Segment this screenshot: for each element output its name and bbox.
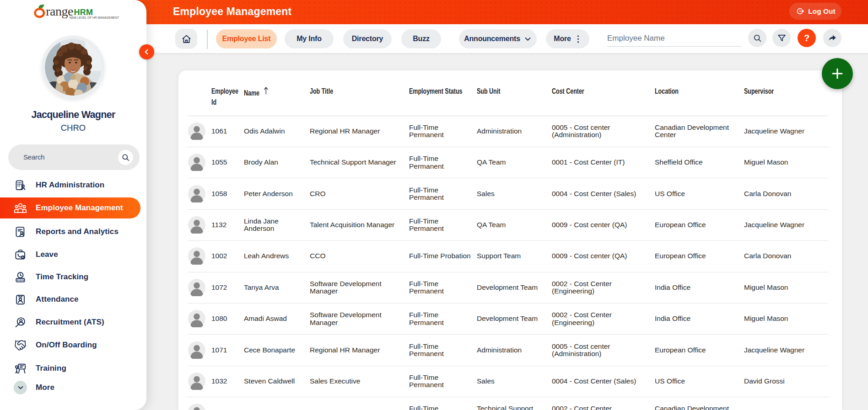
svg-text:HRM: HRM [74, 8, 93, 17]
svg-text:NEW LEVEL OF HR MANAGEMENT: NEW LEVEL OF HR MANAGEMENT [70, 16, 119, 19]
svg-text:range: range [46, 4, 73, 18]
